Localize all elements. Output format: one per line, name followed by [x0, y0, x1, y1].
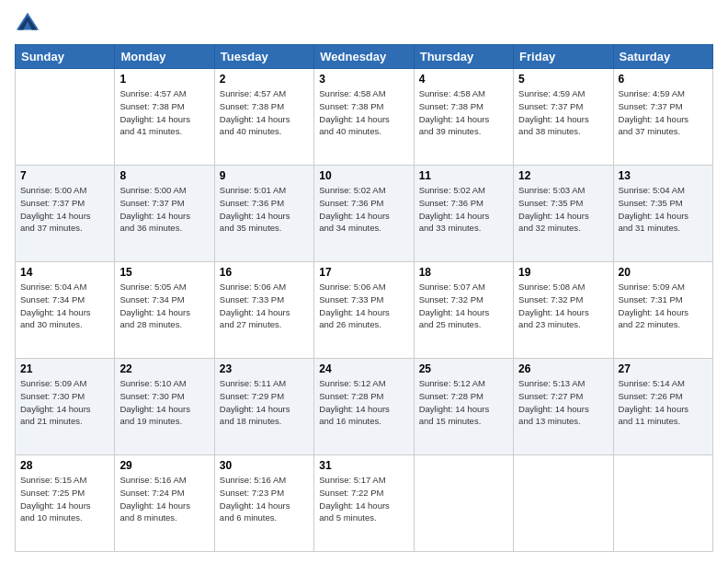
calendar-cell: 11Sunrise: 5:02 AM Sunset: 7:36 PM Dayli…: [414, 166, 513, 262]
day-info: Sunrise: 5:13 AM Sunset: 7:27 PM Dayligh…: [518, 377, 608, 428]
day-info: Sunrise: 5:02 AM Sunset: 7:36 PM Dayligh…: [319, 184, 408, 235]
day-number: 21: [20, 362, 109, 375]
calendar-cell: 31Sunrise: 5:17 AM Sunset: 7:22 PM Dayli…: [314, 455, 414, 552]
calendar-cell: 17Sunrise: 5:06 AM Sunset: 7:33 PM Dayli…: [314, 262, 414, 359]
calendar-cell: [414, 455, 513, 552]
calendar-cell: 7Sunrise: 5:00 AM Sunset: 7:37 PM Daylig…: [16, 166, 115, 262]
calendar-cell: 3Sunrise: 4:58 AM Sunset: 7:38 PM Daylig…: [314, 69, 414, 166]
day-info: Sunrise: 5:10 AM Sunset: 7:30 PM Dayligh…: [119, 377, 209, 428]
day-number: 13: [619, 169, 708, 182]
calendar-cell: 16Sunrise: 5:06 AM Sunset: 7:33 PM Dayli…: [214, 262, 313, 359]
day-number: 17: [319, 266, 408, 279]
day-info: Sunrise: 4:58 AM Sunset: 7:38 PM Dayligh…: [419, 87, 508, 138]
day-number: 27: [619, 362, 708, 375]
calendar-cell: 8Sunrise: 5:00 AM Sunset: 7:37 PM Daylig…: [115, 166, 214, 262]
day-info: Sunrise: 5:00 AM Sunset: 7:37 PM Dayligh…: [119, 184, 209, 235]
day-info: Sunrise: 5:11 AM Sunset: 7:29 PM Dayligh…: [220, 377, 309, 428]
calendar-cell: 19Sunrise: 5:08 AM Sunset: 7:32 PM Dayli…: [514, 262, 613, 359]
day-number: 28: [20, 459, 109, 472]
day-number: 6: [619, 73, 708, 86]
day-number: 2: [220, 73, 309, 86]
day-number: 9: [220, 169, 309, 182]
day-number: 8: [119, 169, 209, 182]
weekday-header: Wednesday: [314, 45, 414, 69]
day-info: Sunrise: 5:00 AM Sunset: 7:37 PM Dayligh…: [20, 184, 109, 235]
day-number: 25: [419, 362, 508, 375]
day-info: Sunrise: 5:16 AM Sunset: 7:24 PM Dayligh…: [119, 474, 209, 524]
calendar-table: SundayMondayTuesdayWednesdayThursdayFrid…: [15, 44, 713, 552]
day-info: Sunrise: 5:03 AM Sunset: 7:35 PM Dayligh…: [518, 184, 608, 235]
day-number: 10: [319, 169, 408, 182]
calendar-cell: 25Sunrise: 5:12 AM Sunset: 7:28 PM Dayli…: [414, 359, 513, 455]
page: SundayMondayTuesdayWednesdayThursdayFrid…: [0, 0, 728, 563]
day-info: Sunrise: 5:16 AM Sunset: 7:23 PM Dayligh…: [220, 474, 309, 524]
weekday-header: Saturday: [613, 45, 712, 69]
calendar-cell: 26Sunrise: 5:13 AM Sunset: 7:27 PM Dayli…: [514, 359, 613, 455]
day-number: 22: [119, 362, 209, 375]
calendar-cell: 27Sunrise: 5:14 AM Sunset: 7:26 PM Dayli…: [613, 359, 712, 455]
day-number: 20: [619, 266, 708, 279]
calendar-cell: 30Sunrise: 5:16 AM Sunset: 7:23 PM Dayli…: [214, 455, 313, 552]
day-info: Sunrise: 5:08 AM Sunset: 7:32 PM Dayligh…: [518, 281, 608, 331]
calendar-cell: 22Sunrise: 5:10 AM Sunset: 7:30 PM Dayli…: [115, 359, 214, 455]
calendar-row: 7Sunrise: 5:00 AM Sunset: 7:37 PM Daylig…: [16, 166, 713, 262]
day-number: 29: [119, 459, 209, 472]
calendar-cell: 28Sunrise: 5:15 AM Sunset: 7:25 PM Dayli…: [16, 455, 115, 552]
svg-marker-0: [17, 13, 39, 30]
weekday-header: Friday: [514, 45, 613, 69]
day-number: 19: [518, 266, 608, 279]
day-number: 26: [518, 362, 608, 375]
day-info: Sunrise: 5:09 AM Sunset: 7:31 PM Dayligh…: [619, 281, 708, 331]
calendar-cell: 12Sunrise: 5:03 AM Sunset: 7:35 PM Dayli…: [514, 166, 613, 262]
calendar-cell: 24Sunrise: 5:12 AM Sunset: 7:28 PM Dayli…: [314, 359, 414, 455]
weekday-header: Thursday: [414, 45, 513, 69]
day-info: Sunrise: 5:04 AM Sunset: 7:34 PM Dayligh…: [20, 281, 109, 331]
day-number: 5: [518, 73, 608, 86]
day-info: Sunrise: 5:06 AM Sunset: 7:33 PM Dayligh…: [319, 281, 408, 331]
calendar-cell: 20Sunrise: 5:09 AM Sunset: 7:31 PM Dayli…: [613, 262, 712, 359]
day-number: 1: [119, 73, 209, 86]
day-info: Sunrise: 5:12 AM Sunset: 7:28 PM Dayligh…: [419, 377, 508, 428]
header: [15, 11, 713, 37]
day-info: Sunrise: 5:01 AM Sunset: 7:36 PM Dayligh…: [220, 184, 309, 235]
calendar-cell: [16, 69, 115, 166]
calendar-row: 28Sunrise: 5:15 AM Sunset: 7:25 PM Dayli…: [16, 455, 713, 552]
calendar-row: 1Sunrise: 4:57 AM Sunset: 7:38 PM Daylig…: [16, 69, 713, 166]
logo-icon: [15, 11, 40, 37]
calendar-cell: 10Sunrise: 5:02 AM Sunset: 7:36 PM Dayli…: [314, 166, 414, 262]
day-number: 18: [419, 266, 508, 279]
weekday-header: Monday: [115, 45, 214, 69]
calendar-row: 14Sunrise: 5:04 AM Sunset: 7:34 PM Dayli…: [16, 262, 713, 359]
day-info: Sunrise: 5:07 AM Sunset: 7:32 PM Dayligh…: [419, 281, 508, 331]
calendar-cell: [613, 455, 712, 552]
day-info: Sunrise: 5:17 AM Sunset: 7:22 PM Dayligh…: [319, 474, 408, 524]
calendar-cell: 15Sunrise: 5:05 AM Sunset: 7:34 PM Dayli…: [115, 262, 214, 359]
calendar-cell: 21Sunrise: 5:09 AM Sunset: 7:30 PM Dayli…: [16, 359, 115, 455]
calendar-cell: 14Sunrise: 5:04 AM Sunset: 7:34 PM Dayli…: [16, 262, 115, 359]
weekday-header: Sunday: [16, 45, 115, 69]
day-info: Sunrise: 4:57 AM Sunset: 7:38 PM Dayligh…: [119, 87, 209, 138]
day-info: Sunrise: 5:06 AM Sunset: 7:33 PM Dayligh…: [220, 281, 309, 331]
calendar-cell: 9Sunrise: 5:01 AM Sunset: 7:36 PM Daylig…: [214, 166, 313, 262]
calendar-cell: 5Sunrise: 4:59 AM Sunset: 7:37 PM Daylig…: [514, 69, 613, 166]
day-number: 11: [419, 169, 508, 182]
calendar-row: 21Sunrise: 5:09 AM Sunset: 7:30 PM Dayli…: [16, 359, 713, 455]
day-info: Sunrise: 5:02 AM Sunset: 7:36 PM Dayligh…: [419, 184, 508, 235]
day-number: 31: [319, 459, 408, 472]
calendar-cell: 1Sunrise: 4:57 AM Sunset: 7:38 PM Daylig…: [115, 69, 214, 166]
day-number: 16: [220, 266, 309, 279]
day-number: 12: [518, 169, 608, 182]
day-number: 7: [20, 169, 109, 182]
calendar-cell: 2Sunrise: 4:57 AM Sunset: 7:38 PM Daylig…: [214, 69, 313, 166]
day-number: 30: [220, 459, 309, 472]
day-number: 3: [319, 73, 408, 86]
day-number: 4: [419, 73, 508, 86]
day-info: Sunrise: 5:15 AM Sunset: 7:25 PM Dayligh…: [20, 474, 109, 524]
day-info: Sunrise: 4:58 AM Sunset: 7:38 PM Dayligh…: [319, 87, 408, 138]
header-row: SundayMondayTuesdayWednesdayThursdayFrid…: [16, 45, 713, 69]
day-number: 15: [119, 266, 209, 279]
calendar-cell: 29Sunrise: 5:16 AM Sunset: 7:24 PM Dayli…: [115, 455, 214, 552]
day-info: Sunrise: 5:04 AM Sunset: 7:35 PM Dayligh…: [619, 184, 708, 235]
calendar-cell: 6Sunrise: 4:59 AM Sunset: 7:37 PM Daylig…: [613, 69, 712, 166]
logo: [15, 11, 44, 37]
